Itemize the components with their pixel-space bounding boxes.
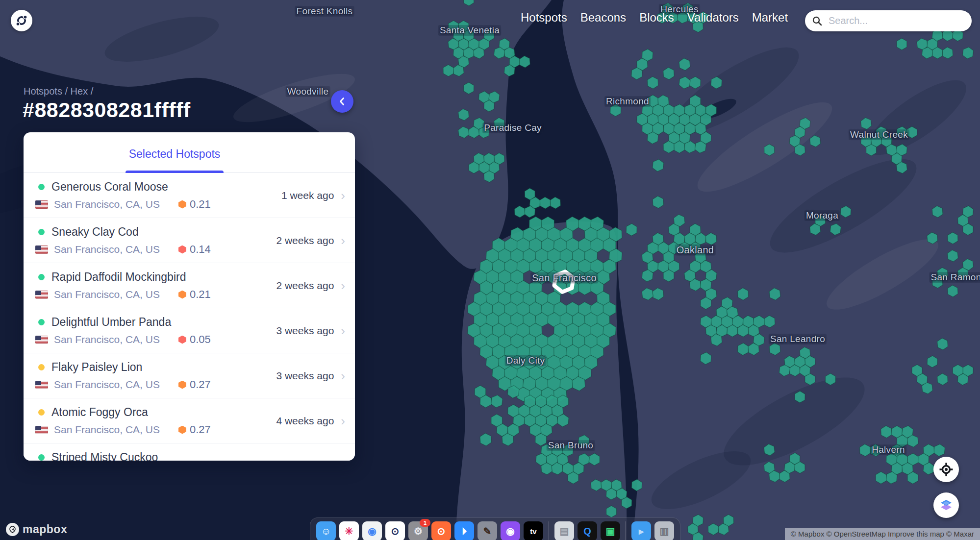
1password-icon[interactable]: ⊙ — [385, 521, 405, 540]
hotspot-hex[interactable] — [826, 373, 836, 385]
zoom-icon[interactable]: ⏵ — [454, 521, 474, 540]
breadcrumb[interactable]: Hotspots / Hex / — [24, 86, 93, 97]
chevron-right-icon: › — [341, 369, 345, 382]
map-label-walnut-creek: Walnut Creek — [849, 129, 909, 140]
chevron-right-icon: › — [341, 415, 345, 427]
helium-logo-icon — [14, 13, 29, 28]
map-label-paradise-cay: Paradise Cay — [482, 123, 543, 133]
map-label-oakland: Oakland — [675, 245, 716, 256]
search-bar[interactable] — [805, 10, 972, 31]
map-attribution[interactable]: © Mapbox © OpenStreetMap Improve this ma… — [785, 528, 980, 540]
slack-icon[interactable]: ✳ — [339, 521, 359, 540]
podcasts-icon[interactable]: ◉ — [501, 521, 520, 540]
helium-explorer-app: Forest KnollsHerculesSanta VenetiaWoodvi… — [0, 0, 980, 540]
status-dot — [38, 229, 45, 235]
last-active-time: 3 weeks ago — [276, 325, 334, 337]
hotspot-row[interactable]: Striped Misty Cuckoo › — [24, 443, 355, 461]
reward-scale: 0.27 — [178, 423, 211, 436]
reward-scale-value: 0.21 — [190, 198, 211, 211]
search-icon — [812, 16, 823, 26]
nav-item-blocks[interactable]: Blocks — [639, 11, 674, 25]
reward-scale-value: 0.27 — [190, 423, 211, 436]
status-dot — [38, 184, 45, 190]
reward-scale-hex-icon — [178, 381, 186, 389]
hotspot-hex[interactable] — [953, 365, 963, 376]
map-label-san-leandro: San Leandro — [769, 334, 827, 344]
us-flag-icon — [35, 291, 48, 299]
reward-scale: 0.14 — [178, 243, 211, 256]
locate-me-button[interactable] — [933, 457, 959, 482]
hotspot-hex[interactable] — [469, 162, 479, 173]
mapbox-pin-icon — [6, 523, 19, 536]
hotspot-list: Generous Coral Moose San Francisco, CA, … — [24, 173, 355, 461]
hotspot-row[interactable]: Delightful Umber Panda San Francisco, CA… — [24, 308, 355, 353]
map-label-san-bruno: San Bruno — [547, 440, 595, 451]
chevron-right-icon: › — [341, 279, 345, 292]
hotspot-hex[interactable] — [897, 38, 907, 50]
panel-tabbar: Selected Hotspots — [24, 132, 355, 173]
downloads-folder-icon[interactable]: ▸ — [631, 521, 651, 540]
status-dot — [38, 454, 45, 461]
hotspot-hex[interactable] — [491, 414, 503, 427]
preview-window-icon[interactable]: ▤ — [554, 521, 574, 540]
nav-item-validators[interactable]: Validators — [687, 11, 739, 25]
postman-icon[interactable]: ⊙ — [431, 521, 451, 540]
nav-item-market[interactable]: Market — [752, 11, 788, 25]
gimp-icon[interactable]: ✎ — [477, 521, 497, 540]
page-title: #8828308281fffff — [23, 98, 191, 122]
us-flag-icon — [35, 426, 48, 434]
apple-tv-icon[interactable]: tv — [524, 521, 543, 540]
reward-scale-value: 0.14 — [190, 243, 211, 256]
nav-item-hotspots[interactable]: Hotspots — [521, 11, 567, 25]
chevron-right-icon: › — [341, 189, 345, 202]
hotspot-row[interactable]: Sneaky Clay Cod San Francisco, CA, US 0.… — [24, 218, 355, 263]
reward-scale: 0.27 — [178, 378, 211, 391]
map-label-daly-city: Daly City — [505, 355, 547, 366]
hotspot-hex[interactable] — [932, 47, 943, 59]
tab-label: Selected Hotspots — [129, 147, 221, 160]
nav-item-beacons[interactable]: Beacons — [580, 11, 626, 25]
last-active-time: 2 weeks ago — [276, 280, 334, 292]
quicktime-icon[interactable]: Q — [578, 521, 597, 540]
status-dot — [38, 319, 45, 325]
hotspot-hex[interactable] — [948, 232, 958, 244]
search-input[interactable] — [828, 15, 965, 27]
hotspot-hex[interactable] — [663, 141, 674, 153]
last-active-time: 1 week ago — [281, 190, 334, 201]
hotspot-hex[interactable] — [876, 472, 886, 484]
map-label-richmond: Richmond — [604, 96, 651, 107]
hotspot-hex[interactable] — [606, 506, 617, 517]
map-label-halvern: Halvern — [870, 444, 906, 455]
map-label-san-ramon: San Ramon — [929, 272, 980, 283]
screen-recorder-icon[interactable]: ▣ — [601, 521, 620, 540]
reward-scale: 0.21 — [178, 288, 211, 301]
collapse-panel-button[interactable] — [331, 90, 353, 113]
reward-scale-hex-icon — [178, 200, 186, 209]
map-label-santa-venetia: Santa Venetia — [438, 25, 501, 36]
finder-icon[interactable]: ☺ — [316, 521, 336, 540]
system-preferences-icon[interactable]: ⚙1 — [408, 521, 428, 540]
hotspot-hex[interactable] — [557, 395, 569, 408]
hotspot-name: Delightful Umber Panda — [51, 316, 171, 329]
hotspot-location: San Francisco, CA, US — [54, 198, 160, 210]
hotspot-hex[interactable] — [443, 65, 453, 76]
notification-badge: 1 — [420, 519, 430, 527]
hotspot-hex[interactable] — [892, 426, 903, 438]
hotspot-row[interactable]: Atomic Foggy Orca San Francisco, CA, US … — [24, 398, 355, 443]
crosshair-icon — [939, 462, 954, 477]
hotspot-name: Flaky Paisley Lion — [51, 361, 142, 374]
hotspot-row[interactable]: Flaky Paisley Lion San Francisco, CA, US… — [24, 353, 355, 398]
mapbox-logo[interactable]: mapbox — [6, 523, 67, 536]
tab-selected-hotspots[interactable]: Selected Hotspots — [129, 147, 221, 172]
us-flag-icon — [35, 336, 48, 344]
chrome-icon[interactable]: ◉ — [362, 521, 382, 540]
status-dot — [38, 364, 45, 370]
hotspot-row[interactable]: Generous Coral Moose San Francisco, CA, … — [24, 173, 355, 218]
chevron-left-icon — [338, 97, 347, 106]
reward-scale-value: 0.21 — [190, 288, 211, 301]
map-layers-button[interactable] — [933, 492, 959, 518]
hotspot-row[interactable]: Rapid Daffodil Mockingbird San Francisco… — [24, 263, 355, 308]
helium-logo[interactable] — [11, 10, 32, 31]
hotspot-location: San Francisco, CA, US — [54, 334, 160, 345]
trash-icon[interactable]: ▥ — [654, 521, 674, 540]
